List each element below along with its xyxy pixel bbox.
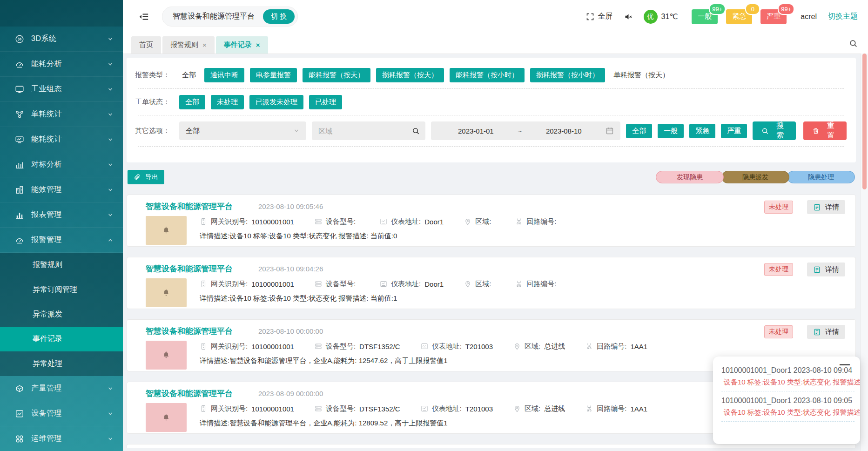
sidebar-item-label: 能耗统计 [31, 135, 107, 144]
sidebar-item-energy-analysis[interactable]: 能耗分析 [0, 52, 123, 77]
detail-button[interactable]: 详情 [807, 325, 845, 339]
alarm-type-loss-daily[interactable]: 损耗报警（按天） [376, 68, 444, 82]
sidebar-subitem-event-records[interactable]: 事件记录 [0, 327, 123, 351]
device-model-field: 设备型号: [315, 280, 359, 289]
card-body: 网关识别号: 10100001001 设备型号: 仪表地址: [146, 216, 844, 245]
box-icon [15, 384, 24, 393]
search-icon[interactable] [412, 127, 420, 135]
switch-theme-link[interactable]: 切换主题 [828, 12, 858, 21]
sidebar-item-industrial-config[interactable]: 工业组态 [0, 77, 123, 102]
field-label: 回路编号: [597, 404, 626, 413]
location-pin-icon [464, 280, 471, 288]
sidebar-item-production-management[interactable]: 产量管理 [0, 376, 123, 401]
alarm-type-all-option[interactable]: 全部 [179, 71, 199, 80]
sidebar-item-energy-stats[interactable]: 能耗统计 [0, 127, 123, 152]
scrollbar-thumb[interactable] [862, 54, 867, 189]
severity-severe-button[interactable]: 严重 [721, 124, 747, 138]
end-date-input[interactable]: 2023-08-10 [525, 127, 602, 135]
sidebar-item-3d-system[interactable]: 3D系统 [0, 27, 123, 52]
sidebar-item-benchmark-analysis[interactable]: 对标分析 [0, 152, 123, 177]
mute-speaker-icon[interactable] [624, 13, 632, 21]
tab-alarm-rules[interactable]: 报警规则 × [162, 36, 215, 54]
sidebar-subitem-exception-handling[interactable]: 异常处理 [0, 351, 123, 376]
field-value: 10100001001 [251, 343, 294, 350]
sidebar-item-device-management[interactable]: 设备管理 [0, 401, 123, 426]
platform-title-pill: 智慧设备和能源管理平台 切 换 [162, 7, 298, 27]
urgent-alarm-button[interactable]: 紧急 0 [726, 9, 752, 24]
field-value: 1AA1 [630, 405, 647, 413]
severity-general-button[interactable]: 一般 [658, 124, 684, 138]
alarm-type-energy-hourly[interactable]: 能耗报警（按小时） [450, 68, 525, 82]
detail-button-label: 详情 [825, 265, 839, 274]
sidebar-subitem-dispatch[interactable]: 异常派发 [0, 302, 123, 327]
order-status-dispatched-unhandled[interactable]: 已派发未处理 [249, 95, 303, 109]
export-button[interactable]: 导出 [128, 170, 164, 184]
other-options-filter-row: 其它选项： 全部 2023-01-01 ~ 2023-08-10 [135, 115, 847, 146]
sidebar-item-unit-consumption[interactable]: 单耗统计 [0, 102, 123, 127]
username[interactable]: acrel [801, 13, 817, 21]
detail-button[interactable]: 详情 [807, 200, 845, 214]
meter-address-field: 仪表地址: Door1 [380, 217, 444, 226]
sidebar-item-energy-efficiency[interactable]: 能效管理 [0, 177, 123, 202]
notification-description: 设备10 标签:设备10 类型:状态变化 报警描述 [721, 407, 860, 417]
fullscreen-button[interactable]: 全屏 [586, 12, 613, 21]
circuit-icon [515, 280, 523, 288]
divider [138, 146, 844, 147]
scope-select[interactable]: 全部 [179, 121, 306, 140]
area-search-box [312, 121, 425, 140]
field-value: 10100001001 [251, 280, 294, 288]
severe-alarm-button[interactable]: 严重 99+ [760, 9, 787, 24]
alarm-type-energy-daily[interactable]: 能耗报警（按天） [303, 68, 370, 82]
minimize-icon[interactable]: — [840, 357, 850, 372]
alarm-type-comm-interrupt[interactable]: 通讯中断 [204, 68, 244, 82]
sidebar-item-alarm-management[interactable]: 报警管理 [0, 228, 123, 253]
tab-event-records[interactable]: 事件记录 × [216, 36, 268, 54]
general-alarm-button[interactable]: 一般 99+ [692, 9, 718, 24]
alarm-thumbnail [146, 403, 187, 432]
alarm-type-unit-daily[interactable]: 单耗报警（按天） [611, 71, 672, 80]
alarm-type-electric-param[interactable]: 电参量报警 [250, 68, 297, 82]
notification-entry[interactable]: 10100001001_Door1 2023-08-10 09:05 设备10 … [721, 395, 860, 417]
alarm-type-loss-hourly[interactable]: 损耗报警（按小时） [530, 68, 605, 82]
tab-home[interactable]: 首页 [131, 36, 161, 54]
trash-icon [812, 127, 820, 135]
detail-button-label: 详情 [825, 203, 839, 212]
order-status-unhandled[interactable]: 未处理 [211, 95, 244, 109]
legend-hazard-found: 发现隐患 [656, 171, 724, 183]
event-card: 未处理 详情 智慧设备和能源管理平台 2023-08-10 09:04:26 [127, 257, 856, 309]
field-value: Door1 [424, 280, 444, 288]
meter-icon [380, 218, 387, 225]
severity-urgent-button[interactable]: 紧急 [689, 124, 715, 138]
search-button[interactable]: 搜索 [753, 121, 796, 140]
detail-button[interactable]: 详情 [807, 263, 845, 276]
reset-button[interactable]: 重置 [803, 121, 847, 140]
order-status-all[interactable]: 全部 [179, 95, 205, 109]
card-head: 智慧设备和能源管理平台 2023-08-10 00:00:00 [146, 326, 844, 337]
alarm-submenu: 报警规则 异常订阅管理 异常派发 事件记录 异常处理 [0, 253, 123, 376]
close-icon[interactable]: × [256, 41, 260, 48]
gateway-icon [200, 405, 207, 412]
search-icon[interactable] [849, 39, 858, 48]
sidebar-item-label: 产量管理 [31, 384, 107, 393]
area-search-input[interactable] [317, 127, 412, 135]
app-root: 3D系统 能耗分析 工业组态 单耗统计 能耗统计 对标分析 [0, 0, 868, 451]
switch-platform-button[interactable]: 切 换 [263, 9, 295, 24]
order-status-handled[interactable]: 已处理 [309, 95, 342, 109]
severity-all-button[interactable]: 全部 [626, 124, 652, 138]
chevron-down-icon [107, 436, 114, 442]
status-badge: 未处理 [764, 325, 793, 338]
chevron-down-icon [107, 36, 114, 42]
sidebar-subitem-alarm-rules[interactable]: 报警规则 [0, 253, 123, 277]
tab-strip: 首页 报警规则 × 事件记录 × [123, 33, 868, 54]
field-label: 区域: [525, 342, 540, 351]
menu-fold-icon[interactable] [139, 12, 149, 22]
chevron-down-icon [293, 128, 300, 134]
sidebar-item-report-management[interactable]: 报表管理 [0, 202, 123, 228]
scrollbar-track[interactable] [861, 54, 868, 451]
circuit-field: 回路编号: [515, 217, 560, 226]
document-icon [813, 203, 821, 211]
start-date-input[interactable]: 2023-01-01 [437, 127, 514, 135]
sidebar-subitem-subscription[interactable]: 异常订阅管理 [0, 277, 123, 302]
sidebar-item-ops-management[interactable]: 运维管理 [0, 426, 123, 451]
close-icon[interactable]: × [202, 41, 207, 48]
